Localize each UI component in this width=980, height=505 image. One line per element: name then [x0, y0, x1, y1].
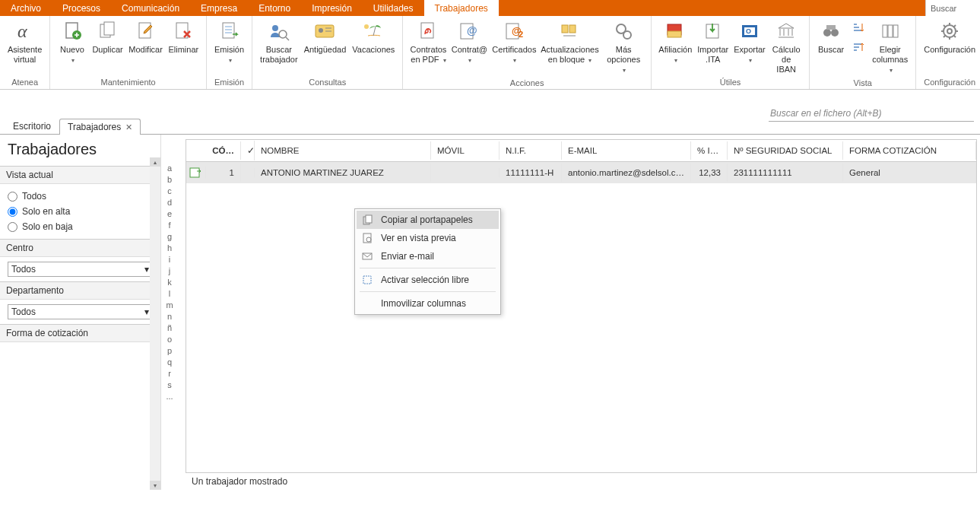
radio-label: Todos [22, 191, 46, 202]
alpha-s[interactable]: s [167, 380, 172, 389]
alpha-k[interactable]: k [167, 278, 172, 287]
menubar-search[interactable]: Buscar [925, 0, 980, 16]
grid-search-input[interactable]: Buscar en el fichero (Alt+B) [769, 106, 974, 122]
btn-modificar[interactable]: Modificar [126, 17, 166, 56]
col-ss[interactable]: Nº SEGURIDAD SOCIAL [728, 141, 843, 160]
col-check[interactable]: ✓ [241, 141, 255, 160]
col-name[interactable]: NOMBRE [255, 141, 431, 160]
menu-entorno[interactable]: Entorno [248, 0, 301, 16]
alpha-b[interactable]: b [167, 175, 172, 184]
alpha-i[interactable]: i [169, 255, 170, 264]
menu-empresa[interactable]: Empresa [190, 0, 248, 16]
btn-contratos-pdf[interactable]: Contratos en PDF ▾ [408, 17, 449, 67]
btn-asistente-virtual[interactable]: α Asistente virtual [5, 17, 45, 66]
ctx-copiar-portapapeles[interactable]: Copiar al portapapeles [357, 211, 499, 229]
btn-importar-ita[interactable]: Importar .ITA [695, 17, 731, 66]
btn-exportar[interactable]: O Exportar▾ [731, 17, 769, 67]
id-card-icon [312, 19, 337, 43]
menu-trabajadores[interactable]: Trabajadores [424, 0, 499, 16]
radio-todos[interactable]: Todos [8, 189, 153, 204]
select-centro[interactable]: Todos▾ [8, 262, 153, 277]
svg-rect-34 [893, 25, 898, 37]
btn-sort-desc[interactable] [849, 39, 867, 57]
grid-body-empty [186, 183, 977, 473]
alpha-g[interactable]: g [167, 232, 172, 241]
btn-configuracion[interactable]: Configuración [921, 17, 978, 56]
select-value: Todos [11, 264, 36, 275]
btn-vacaciones[interactable]: Vacaciones [349, 17, 398, 56]
alpha-m[interactable]: m [166, 300, 173, 310]
alpha-q[interactable]: q [167, 357, 172, 367]
context-menu: Copiar al portapapeles Ver en vista prev… [354, 208, 501, 315]
group-label: Consultas [257, 76, 398, 89]
radio-solo-baja[interactable]: Solo en baja [8, 219, 153, 234]
alpha-h[interactable]: h [167, 243, 172, 252]
alpha-o[interactable]: o [167, 335, 172, 344]
tab-trabajadores[interactable]: Trabajadores ✕ [59, 119, 141, 135]
btn-certificados[interactable]: @2 Certificados▾ [490, 17, 538, 67]
btn-buscar[interactable]: Buscar [814, 17, 848, 56]
btn-elegir-columnas[interactable]: Elegir columnas ▾ [869, 17, 911, 77]
ribbon-group-utiles: Afiliación▾ Importar .ITA O Exportar▾ Cá… [652, 16, 810, 89]
btn-actualizaciones-bloque[interactable]: Actualizaciones en bloque ▾ [539, 17, 601, 67]
close-icon[interactable]: ✕ [125, 122, 132, 132]
ctx-enviar-email[interactable]: Enviar e-mail [357, 247, 499, 265]
menu-archivo[interactable]: Archivo [0, 0, 52, 16]
radio-solo-alta[interactable]: Solo en alta [8, 204, 153, 219]
btn-nuevo[interactable]: Nuevo▾ [55, 17, 89, 67]
col-forma[interactable]: FORMA COTIZACIÓN [843, 141, 976, 160]
radio-label: Solo en baja [22, 221, 73, 232]
alpha-a[interactable]: a [167, 164, 172, 173]
col-ir[interactable]: % I.R… [691, 141, 728, 160]
cell-forma: General [843, 164, 976, 182]
btn-sort-asc[interactable] [849, 19, 867, 37]
alpha-l[interactable]: l [169, 289, 170, 298]
btn-contrat-at[interactable]: @ Contrat@▾ [449, 17, 490, 67]
gears-icon [611, 19, 636, 43]
alpha-e[interactable]: e [167, 209, 172, 218]
ribbon-group-consultas: Buscar trabajador Antigüedad Vacaciones … [252, 16, 403, 89]
ctx-label: Inmovilizar columnas [381, 298, 466, 309]
col-email[interactable]: E-MAIL [562, 141, 691, 160]
btn-antiguedad[interactable]: Antigüedad [301, 17, 350, 56]
menu-impresion[interactable]: Impresión [301, 0, 363, 16]
btn-calculo-iban[interactable]: Cálculo de IBAN [768, 17, 804, 76]
alpha-f[interactable]: f [168, 221, 170, 230]
btn-label: Buscar trabajador [260, 45, 298, 65]
alpha-c[interactable]: c [167, 186, 172, 195]
table-row[interactable]: 1 ANTONIO MARTINEZ JUAREZ 11111111-H ant… [186, 162, 977, 183]
doc-del-icon [171, 19, 195, 43]
btn-buscar-trabajador[interactable]: Buscar trabajador [257, 17, 301, 66]
alpha-j[interactable]: j [169, 266, 170, 275]
col-nif[interactable]: N.I.F. [500, 141, 562, 160]
svg-point-12 [364, 24, 369, 29]
col-code[interactable]: CÓ… [206, 141, 241, 160]
btn-label: Afiliación▾ [658, 45, 692, 65]
svg-rect-43 [363, 276, 371, 284]
btn-mas-opciones[interactable]: Más opciones ▾ [601, 17, 645, 77]
menu-utilidades[interactable]: Utilidades [363, 0, 424, 16]
alpha-more[interactable]: ... [166, 392, 173, 401]
ctx-label: Copiar al portapapeles [381, 214, 473, 225]
col-movil[interactable]: MÓVIL [431, 141, 500, 160]
btn-afiliacion[interactable]: Afiliación▾ [656, 17, 695, 67]
menu-comunicacion[interactable]: Comunicación [111, 0, 190, 16]
alpha-n[interactable]: n [167, 312, 172, 321]
alpha-r[interactable]: r [168, 369, 171, 378]
columns-icon [878, 19, 902, 43]
ctx-ver-vista-previa[interactable]: Ver en vista previa [357, 229, 499, 247]
alpha-p[interactable]: p [167, 346, 172, 355]
menu-procesos[interactable]: Procesos [52, 0, 111, 16]
ctx-activar-seleccion-libre[interactable]: Activar selección libre [357, 271, 499, 289]
sidebar-scrollbar[interactable]: ▴ ▾ [150, 157, 160, 490]
select-departamento[interactable]: Todos▾ [8, 304, 153, 319]
btn-emision[interactable]: Emisión▾ [211, 17, 247, 67]
alpha-d[interactable]: d [167, 198, 172, 207]
tab-escritorio[interactable]: Escritorio [5, 118, 59, 134]
alpha-nn[interactable]: ñ [167, 323, 172, 332]
btn-duplicar[interactable]: Duplicar [90, 17, 126, 56]
btn-label: Exportar▾ [734, 45, 766, 65]
svg-rect-31 [826, 25, 836, 30]
ctx-inmovilizar-columnas[interactable]: Inmovilizar columnas [357, 294, 499, 313]
btn-eliminar[interactable]: Eliminar [166, 17, 201, 56]
